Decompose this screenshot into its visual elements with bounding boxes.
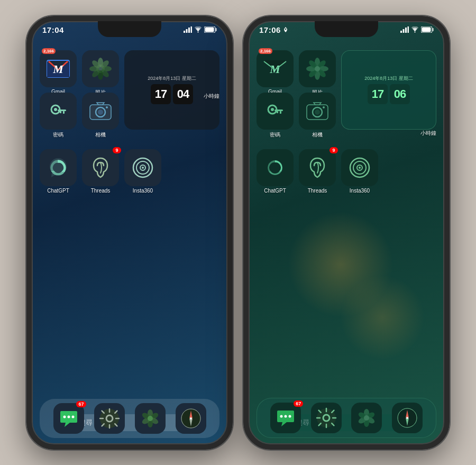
app-password-1[interactable]: 密碼 (40, 93, 77, 139)
gmail-icon-2: M (263, 59, 287, 78)
svg-rect-22 (60, 111, 61, 113)
app-threads-1[interactable]: 9 Threads (82, 149, 119, 194)
dock-settings-2[interactable] (311, 403, 342, 433)
svg-point-86 (323, 106, 325, 108)
status-icons-2 (400, 26, 434, 33)
password-label-2: 密碼 (270, 131, 280, 139)
password-label-1: 密碼 (53, 131, 63, 139)
camera-icon-1 (89, 102, 112, 121)
svg-point-31 (142, 167, 144, 169)
svg-point-90 (359, 167, 361, 169)
svg-rect-3 (191, 26, 193, 33)
wifi-icon-1 (194, 26, 202, 33)
svg-rect-2 (188, 28, 190, 33)
svg-rect-6 (215, 28, 217, 31)
svg-point-57 (190, 417, 192, 420)
insta360-label-2: Insta360 (350, 188, 370, 194)
insta360-icon-1 (131, 156, 154, 179)
svg-rect-21 (63, 111, 65, 114)
svg-rect-65 (432, 28, 434, 31)
svg-point-112 (364, 415, 369, 421)
photos-icon-1 (88, 57, 113, 81)
app-chatgpt-1[interactable]: ChatGPT (40, 149, 77, 194)
threads-icon-2 (308, 156, 327, 179)
messages-icon-1 (59, 409, 78, 428)
messages-badge-2: 67 (294, 400, 303, 407)
svg-rect-66 (422, 28, 431, 32)
dock-messages-1[interactable]: 67 (53, 403, 84, 434)
dock-2: 67 (257, 398, 436, 438)
app-threads-2[interactable]: 9 Threads (299, 149, 336, 194)
svg-rect-79 (274, 110, 283, 111)
svg-point-85 (315, 110, 320, 115)
chatgpt-label-2: ChatGPT (264, 188, 286, 194)
svg-rect-60 (403, 29, 405, 33)
messages-badge-1: 67 (76, 401, 86, 407)
camera-label-1: 相機 (95, 131, 106, 139)
gmail-badge-2: 2,166 (259, 48, 272, 54)
svg-rect-81 (277, 111, 278, 113)
insta360-label-1: Insta360 (133, 188, 153, 194)
svg-text:M: M (52, 62, 64, 76)
chatgpt-icon-1 (47, 156, 70, 179)
svg-rect-7 (205, 28, 214, 32)
app-password-2[interactable]: 密碼 (257, 93, 294, 139)
svg-point-27 (106, 106, 108, 108)
svg-text:M: M (269, 62, 281, 76)
svg-point-36 (71, 415, 74, 418)
app-photos-2[interactable]: 照片 (299, 50, 336, 96)
notch-2 (315, 21, 378, 37)
status-icons-1 (184, 26, 217, 33)
svg-point-26 (98, 110, 103, 115)
signal-icon-1 (184, 26, 192, 33)
svg-point-82 (271, 108, 274, 111)
insta360-icon-2 (348, 156, 371, 179)
dock-messages-2[interactable]: 67 (270, 403, 301, 433)
app-insta360-1[interactable]: Insta360 (124, 149, 161, 194)
dock-compass-2[interactable] (392, 403, 423, 433)
svg-point-35 (67, 415, 70, 418)
clock-date-2: 2024年8月13日 星期二 (364, 75, 413, 82)
app-gmail-2[interactable]: 2,166 M Gmail (257, 50, 294, 95)
threads-badge-2: 9 (329, 147, 338, 153)
clock-date-1: 2024年8月13日 星期二 (148, 75, 196, 82)
threads-badge-1: 9 (113, 147, 121, 153)
app-insta360-2[interactable]: Insta360 (341, 149, 378, 194)
wifi-icon-2 (411, 26, 419, 33)
battery-icon-1 (204, 26, 217, 33)
app-photos-1[interactable]: 照片 (82, 50, 119, 96)
app-gmail-1[interactable]: 2,166 M Gmail (40, 50, 77, 95)
threads-label-2: Threads (308, 188, 327, 194)
dock-compass-1[interactable] (176, 403, 206, 434)
location-icon-2 (283, 26, 288, 33)
svg-point-94 (285, 415, 287, 417)
compass-icon-2 (397, 407, 418, 428)
svg-point-63 (414, 31, 415, 32)
camera-label-2: 相機 (312, 131, 323, 139)
phone-2: 17:06 (243, 16, 450, 450)
app-camera-2[interactable]: 相機 (299, 93, 336, 139)
svg-point-23 (54, 108, 57, 111)
threads-icon-1 (91, 156, 110, 179)
chatgpt-icon-2 (263, 156, 287, 179)
flower-icon-1 (140, 408, 161, 429)
dock-flower-2[interactable] (351, 403, 382, 433)
svg-point-58 (285, 29, 286, 30)
dock-settings-1[interactable] (94, 403, 125, 434)
battery-icon-2 (421, 26, 434, 33)
svg-rect-1 (186, 29, 188, 33)
svg-point-95 (289, 415, 291, 417)
settings-icon-1 (99, 408, 120, 429)
svg-point-4 (197, 31, 198, 32)
dock-flower-1[interactable] (135, 403, 166, 434)
password-icon-2 (264, 100, 286, 122)
svg-point-77 (315, 66, 320, 71)
compass-icon-1 (180, 408, 202, 429)
phone-1: 17:04 (26, 16, 233, 450)
svg-rect-0 (184, 31, 185, 33)
app-chatgpt-2[interactable]: ChatGPT (257, 149, 294, 194)
camera-icon-2 (306, 102, 328, 121)
clock-app-label-1: 小時鐘 (204, 93, 219, 100)
app-camera-1[interactable]: 相機 (82, 93, 119, 139)
gmail-badge-1: 2,166 (42, 48, 56, 54)
